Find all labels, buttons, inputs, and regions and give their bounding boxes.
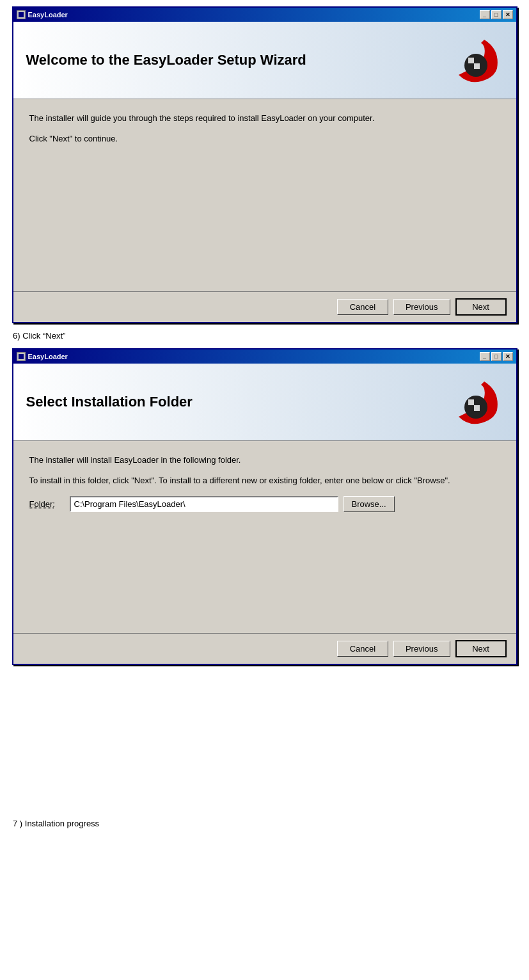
svg-rect-11 — [474, 399, 480, 405]
titlebar-controls-2: _ □ ✕ — [480, 352, 513, 361]
dialog-body-2: The installer will install EasyLoader in… — [13, 441, 516, 633]
window-title-1: EasyLoader — [28, 11, 68, 19]
bottom-note-text: 7 ) Installation progress — [13, 819, 99, 828]
minimize-button-2[interactable]: _ — [480, 352, 490, 361]
previous-button-2[interactable]: Previous — [393, 641, 450, 657]
svg-rect-12 — [468, 405, 474, 411]
window-title-2: EasyLoader — [28, 353, 68, 360]
welcome-dialog: EasyLoader _ □ ✕ Welcome to the EasyLoad… — [12, 6, 517, 323]
header-title-2: Select Installation Folder — [26, 394, 427, 410]
dialog-footer-1: Cancel Previous Next — [13, 291, 516, 322]
next-button-1[interactable]: Next — [455, 298, 507, 316]
dialog-body-1: The installer will guide you through the… — [13, 99, 516, 291]
body-text-2a: The installer will install EasyLoader in… — [29, 454, 500, 467]
spacer — [10, 665, 519, 691]
logo-area-2 — [427, 376, 503, 428]
titlebar-left-1: EasyLoader — [17, 10, 68, 19]
close-button-1[interactable]: ✕ — [503, 10, 513, 19]
bottom-note: 7 ) Installation progress — [10, 819, 519, 828]
browse-button[interactable]: Browse... — [343, 496, 395, 512]
dialog-footer-2: Cancel Previous Next — [13, 633, 516, 664]
svg-rect-8 — [19, 354, 24, 359]
app-icon-2 — [17, 352, 26, 361]
annotation-1: 6) Click “Next” — [13, 331, 516, 341]
cancel-button-2[interactable]: Cancel — [337, 641, 388, 657]
restore-button-2[interactable]: □ — [491, 352, 501, 361]
body-text-1a: The installer will guide you through the… — [29, 112, 500, 125]
svg-rect-5 — [468, 63, 474, 69]
dialog-header-1: Welcome to the EasyLoader Setup Wizard — [13, 22, 516, 99]
minimize-button-1[interactable]: _ — [480, 10, 490, 19]
header-title-1: Welcome to the EasyLoader Setup Wizard — [26, 52, 427, 68]
svg-rect-1 — [19, 12, 24, 17]
titlebar-2: EasyLoader _ □ ✕ — [13, 349, 516, 364]
restore-button-1[interactable]: □ — [491, 10, 501, 19]
folder-input[interactable] — [70, 496, 338, 512]
body-text-1b: Click "Next" to continue. — [29, 133, 500, 145]
svg-rect-6 — [474, 63, 480, 69]
titlebar-1: EasyLoader _ □ ✕ — [13, 8, 516, 22]
dialog-header-2: Select Installation Folder — [13, 364, 516, 441]
cancel-button-1[interactable]: Cancel — [337, 299, 388, 315]
folder-label: Folder: — [29, 499, 65, 509]
body-text-2b: To install in this folder, click "Next".… — [29, 474, 500, 487]
previous-button-1[interactable]: Previous — [393, 299, 450, 315]
logo-area-1 — [427, 35, 503, 86]
titlebar-controls-1: _ □ ✕ — [480, 10, 513, 19]
titlebar-left-2: EasyLoader — [17, 352, 68, 361]
app-icon-1 — [17, 10, 26, 19]
folder-row: Folder: Browse... — [29, 496, 500, 512]
svg-rect-4 — [474, 58, 480, 63]
svg-rect-3 — [468, 58, 474, 63]
folder-dialog: EasyLoader _ □ ✕ Select Installation Fol… — [12, 348, 517, 665]
close-button-2[interactable]: ✕ — [503, 352, 513, 361]
next-button-2[interactable]: Next — [455, 640, 507, 657]
svg-rect-10 — [468, 399, 474, 405]
page-wrapper: EasyLoader _ □ ✕ Welcome to the EasyLoad… — [0, 0, 529, 835]
svg-rect-13 — [474, 405, 480, 411]
